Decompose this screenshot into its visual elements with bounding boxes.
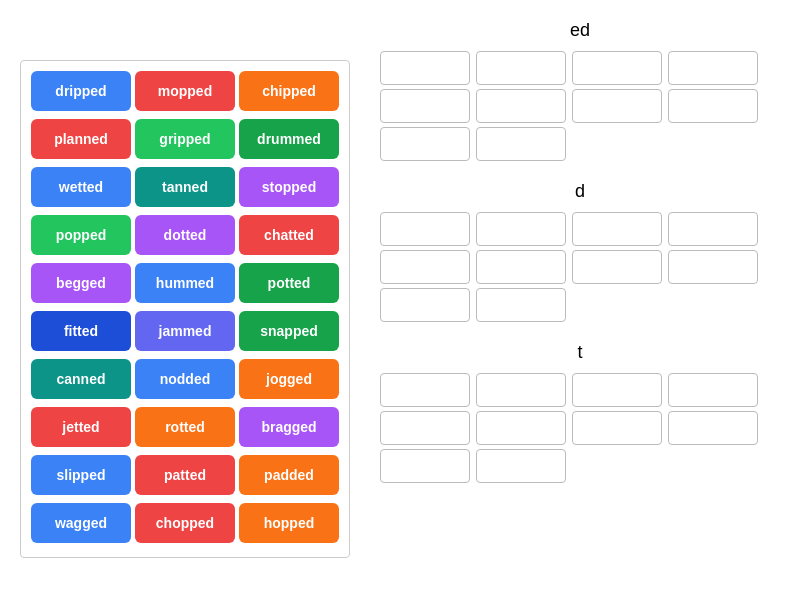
drop-box[interactable] bbox=[380, 51, 470, 85]
drop-box[interactable] bbox=[572, 411, 662, 445]
word-button[interactable]: popped bbox=[31, 215, 131, 255]
word-button[interactable]: planned bbox=[31, 119, 131, 159]
word-button[interactable]: jogged bbox=[239, 359, 339, 399]
drop-box[interactable] bbox=[476, 250, 566, 284]
drop-box[interactable] bbox=[476, 449, 566, 483]
drop-box[interactable] bbox=[668, 373, 758, 407]
word-button[interactable]: chipped bbox=[239, 71, 339, 111]
drop-box[interactable] bbox=[476, 288, 566, 322]
drop-box[interactable] bbox=[572, 250, 662, 284]
word-button[interactable]: snapped bbox=[239, 311, 339, 351]
word-grid: drippedmoppedchippedplannedgrippeddrumme… bbox=[20, 60, 350, 558]
word-button[interactable]: hopped bbox=[239, 503, 339, 543]
drop-grid-ed-row3 bbox=[380, 127, 780, 161]
word-button[interactable]: patted bbox=[135, 455, 235, 495]
word-button[interactable]: nodded bbox=[135, 359, 235, 399]
drop-box[interactable] bbox=[380, 449, 470, 483]
word-button[interactable]: jetted bbox=[31, 407, 131, 447]
word-button[interactable]: dotted bbox=[135, 215, 235, 255]
drop-box[interactable] bbox=[380, 89, 470, 123]
word-button[interactable]: tanned bbox=[135, 167, 235, 207]
drop-grid-d-row3 bbox=[380, 288, 780, 322]
drop-grid-t-row1 bbox=[380, 373, 780, 407]
word-button[interactable]: bragged bbox=[239, 407, 339, 447]
drop-box[interactable] bbox=[476, 89, 566, 123]
word-button[interactable]: dripped bbox=[31, 71, 131, 111]
drop-box[interactable] bbox=[380, 212, 470, 246]
word-button[interactable]: jammed bbox=[135, 311, 235, 351]
drop-grid-d-row1 bbox=[380, 212, 780, 246]
drop-box[interactable] bbox=[668, 411, 758, 445]
word-button[interactable]: chopped bbox=[135, 503, 235, 543]
drop-box[interactable] bbox=[476, 127, 566, 161]
word-button[interactable]: canned bbox=[31, 359, 131, 399]
drop-grid-t-row2 bbox=[380, 411, 780, 445]
drop-box[interactable] bbox=[380, 288, 470, 322]
drop-box[interactable] bbox=[380, 127, 470, 161]
drop-box[interactable] bbox=[380, 411, 470, 445]
drop-box[interactable] bbox=[572, 89, 662, 123]
drop-box[interactable] bbox=[380, 373, 470, 407]
word-button[interactable]: begged bbox=[31, 263, 131, 303]
sort-area: ed d bbox=[380, 20, 780, 580]
word-button[interactable]: slipped bbox=[31, 455, 131, 495]
word-button[interactable]: chatted bbox=[239, 215, 339, 255]
drop-box[interactable] bbox=[668, 212, 758, 246]
drop-box[interactable] bbox=[476, 51, 566, 85]
word-button[interactable]: rotted bbox=[135, 407, 235, 447]
category-t-title: t bbox=[380, 342, 780, 363]
drop-box[interactable] bbox=[668, 51, 758, 85]
category-ed: ed bbox=[380, 20, 780, 161]
word-button[interactable]: potted bbox=[239, 263, 339, 303]
word-button[interactable]: stopped bbox=[239, 167, 339, 207]
drop-grid-d-row2 bbox=[380, 250, 780, 284]
word-button[interactable]: fitted bbox=[31, 311, 131, 351]
drop-grid-ed-row1 bbox=[380, 51, 780, 85]
drop-box[interactable] bbox=[668, 89, 758, 123]
drop-box[interactable] bbox=[380, 250, 470, 284]
category-ed-title: ed bbox=[380, 20, 780, 41]
drop-grid-t-row3 bbox=[380, 449, 780, 483]
word-button[interactable]: mopped bbox=[135, 71, 235, 111]
main-container: drippedmoppedchippedplannedgrippeddrumme… bbox=[0, 0, 800, 600]
drop-box[interactable] bbox=[572, 212, 662, 246]
drop-box[interactable] bbox=[476, 411, 566, 445]
word-button[interactable]: padded bbox=[239, 455, 339, 495]
drop-box[interactable] bbox=[572, 51, 662, 85]
drop-box[interactable] bbox=[476, 373, 566, 407]
word-button[interactable]: hummed bbox=[135, 263, 235, 303]
word-button[interactable]: drummed bbox=[239, 119, 339, 159]
word-button[interactable]: wetted bbox=[31, 167, 131, 207]
word-button[interactable]: gripped bbox=[135, 119, 235, 159]
category-t: t bbox=[380, 342, 780, 483]
drop-box[interactable] bbox=[668, 250, 758, 284]
drop-box[interactable] bbox=[476, 212, 566, 246]
drop-box[interactable] bbox=[572, 373, 662, 407]
category-d-title: d bbox=[380, 181, 780, 202]
drop-grid-ed-row2 bbox=[380, 89, 780, 123]
word-button[interactable]: wagged bbox=[31, 503, 131, 543]
category-d: d bbox=[380, 181, 780, 322]
